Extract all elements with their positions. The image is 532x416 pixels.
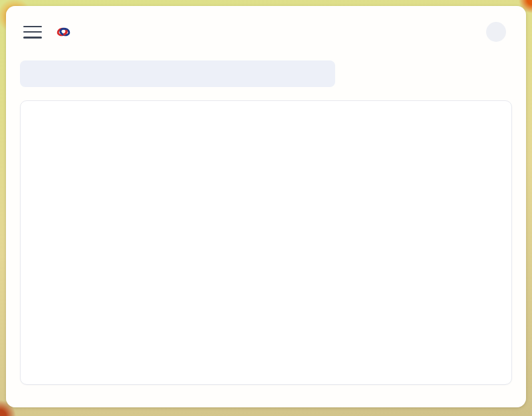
langfuse-logo-icon: [57, 27, 70, 37]
plot: [83, 174, 495, 327]
hamburger-icon: [23, 37, 42, 39]
page-background: [0, 0, 532, 416]
legend-dot-icon: [476, 149, 481, 154]
x-axis: [83, 327, 495, 343]
user-avatar[interactable]: [486, 22, 506, 42]
hamburger-icon: [23, 31, 42, 33]
y-axis: [37, 174, 83, 327]
traces-card: [20, 100, 512, 385]
time-range-tabs: [20, 60, 335, 87]
chart-legend[interactable]: [37, 145, 486, 158]
traces-chart-svg: [83, 174, 495, 327]
hamburger-icon: [23, 26, 42, 28]
menu-button[interactable]: [23, 26, 42, 39]
top-bar: [6, 6, 526, 42]
chart-area: [37, 174, 495, 327]
brand[interactable]: [57, 27, 76, 37]
app-window: [6, 6, 526, 407]
